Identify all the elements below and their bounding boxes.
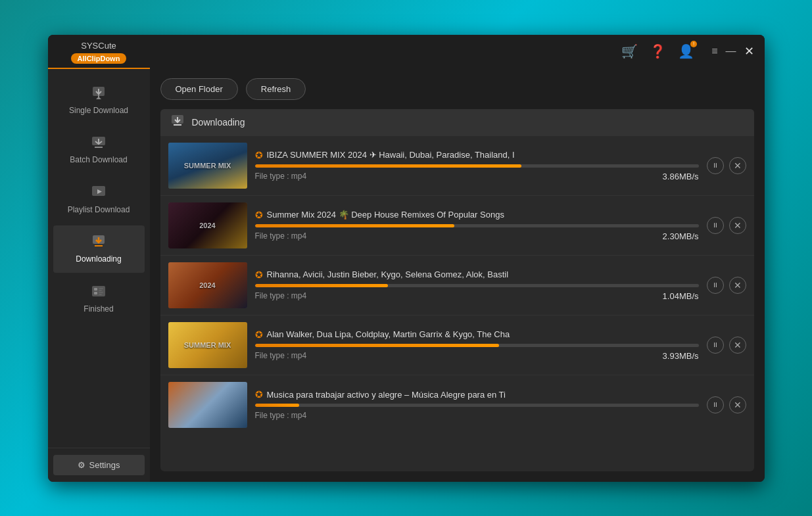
title-bar-right: 🛒 ❓ 👤 ≡ — ✕ — [621, 43, 753, 59]
item-info-3: ✪ Rihanna, Avicii, Justin Bieber, Kygo, … — [255, 270, 699, 301]
progress-bar-bg-2 — [255, 224, 699, 227]
single-download-icon — [91, 85, 107, 103]
item-controls-2: ⏸ ✕ — [707, 217, 746, 234]
item-filetype-1: File type : mp4 — [255, 172, 307, 181]
thumbnail-5 — [168, 382, 247, 428]
thumb-text-5 — [205, 402, 210, 408]
download-item-2: 2024 ✪ Summer Mix 2024 🌴 Deep House Remi… — [160, 196, 754, 256]
thumbnail-3: 2024 — [168, 262, 247, 308]
thumb-text-4: SUMMER MIX — [181, 339, 234, 352]
download-header: Downloading — [160, 109, 754, 136]
sidebar-item-playlist-download[interactable]: Playlist Download — [53, 176, 145, 223]
item-title-1: ✪ IBIZA SUMMER MIX 2024 ✈ Hawaii, Dubai,… — [255, 150, 699, 160]
brand-name: SYSCute — [81, 41, 116, 51]
item-title-5: ✪ Musica para trabajar activo y alegre –… — [255, 389, 699, 400]
progress-bar-bg-4 — [255, 344, 699, 347]
svg-rect-16 — [99, 290, 102, 291]
pause-button-4[interactable]: ⏸ — [707, 337, 724, 354]
item-title-2: ✪ Summer Mix 2024 🌴 Deep House Remixes O… — [255, 210, 699, 220]
item-title-text-4: Alan Walker, Dua Lipa, Coldplay, Martin … — [267, 329, 510, 339]
thumbnail-inner-5 — [168, 382, 247, 428]
toolbar: Open Floder Refresh — [160, 78, 754, 100]
title-bar-left: SYSCute AllClipDown — [48, 35, 150, 66]
cart-icon[interactable]: 🛒 — [621, 43, 638, 59]
progress-bar-bg-3 — [255, 284, 699, 287]
content-area: Open Floder Refresh Downloading — [150, 68, 765, 482]
pause-button-5[interactable]: ⏸ — [707, 396, 724, 413]
item-controls-5: ⏸ ✕ — [707, 396, 746, 413]
playlist-download-label: Playlist Download — [68, 205, 130, 216]
download-item-4: SUMMER MIX ✪ Alan Walker, Dua Lipa, Cold… — [160, 316, 754, 375]
progress-bar-bg-1 — [255, 164, 699, 168]
progress-bar-fill-3 — [255, 284, 389, 287]
sidebar-nav: Single Download Batch Download — [48, 69, 150, 448]
item-title-4: ✪ Alan Walker, Dua Lipa, Coldplay, Marti… — [255, 329, 699, 340]
help-icon[interactable]: ❓ — [650, 43, 666, 59]
sidebar-item-batch-download[interactable]: Batch Download — [53, 126, 145, 174]
sidebar-footer: ⚙ Settings — [48, 448, 150, 482]
pause-button-3[interactable]: ⏸ — [707, 277, 724, 294]
item-speed-4: 3.93MB/s — [663, 351, 699, 361]
cancel-button-2[interactable]: ✕ — [729, 217, 746, 234]
item-title-text-5: Musica para trabajar activo y alegre – M… — [267, 390, 506, 400]
svg-rect-17 — [99, 292, 103, 293]
thumbnail-inner-4: SUMMER MIX — [168, 322, 247, 368]
main-layout: Single Download Batch Download — [48, 68, 765, 482]
thumbnail-2: 2024 — [168, 202, 247, 248]
download-container: Downloading SUMMER MIX ✪ IBIZA SUMMER MI… — [160, 109, 754, 471]
open-folder-button[interactable]: Open Floder — [160, 78, 238, 100]
item-meta-3: File type : mp4 1.04MB/s — [255, 291, 699, 301]
cancel-button-4[interactable]: ✕ — [729, 337, 746, 354]
download-item-3: 2024 ✪ Rihanna, Avicii, Justin Bieber, K… — [160, 256, 754, 316]
item-info-2: ✪ Summer Mix 2024 🌴 Deep House Remixes O… — [255, 210, 699, 241]
item-speed-3: 1.04MB/s — [663, 291, 699, 301]
item-star-4: ✪ — [255, 329, 263, 340]
refresh-button[interactable]: Refresh — [246, 78, 306, 100]
pause-button-2[interactable]: ⏸ — [707, 217, 724, 234]
menu-icon[interactable]: ≡ — [711, 46, 717, 57]
brand-badge: AllClipDown — [71, 53, 127, 64]
pause-button-1[interactable]: ⏸ — [707, 157, 724, 174]
cancel-button-5[interactable]: ✕ — [729, 396, 746, 413]
item-info-5: ✪ Musica para trabajar activo y alegre –… — [255, 389, 699, 420]
thumb-text-1: SUMMER MIX — [181, 159, 234, 172]
sidebar-item-single-download[interactable]: Single Download — [53, 77, 145, 124]
svg-rect-18 — [99, 294, 102, 295]
settings-button[interactable]: ⚙ Settings — [53, 455, 145, 475]
cancel-button-1[interactable]: ✕ — [729, 157, 746, 174]
progress-bar-fill-4 — [255, 344, 499, 347]
app-window: SYSCute AllClipDown 🛒 ❓ 👤 ≡ — ✕ — [48, 35, 765, 482]
item-controls-4: ⏸ ✕ — [707, 337, 746, 354]
settings-label: Settings — [89, 460, 120, 470]
item-star-3: ✪ — [255, 270, 263, 280]
batch-download-icon — [91, 134, 107, 152]
item-filetype-2: File type : mp4 — [255, 231, 307, 241]
item-controls-1: ⏸ ✕ — [707, 157, 746, 174]
progress-bar-fill-1 — [255, 164, 521, 168]
item-filetype-5: File type : mp4 — [255, 411, 307, 420]
item-star-2: ✪ — [255, 210, 263, 220]
window-controls: ≡ — ✕ — [711, 45, 753, 57]
minimize-button[interactable]: — — [726, 46, 736, 57]
user-icon[interactable]: 👤 — [678, 43, 694, 59]
item-title-text-1: IBIZA SUMMER MIX 2024 ✈ Hawaii, Dubai, P… — [267, 150, 515, 160]
sidebar: Single Download Batch Download — [48, 68, 150, 482]
item-info-4: ✪ Alan Walker, Dua Lipa, Coldplay, Marti… — [255, 329, 699, 361]
sidebar-item-downloading[interactable]: Downloading — [53, 225, 145, 273]
thumb-text-2: 2024 — [197, 219, 218, 232]
item-title-text-3: Rihanna, Avicii, Justin Bieber, Kygo, Se… — [267, 270, 509, 279]
sidebar-item-finished[interactable]: Finished — [53, 275, 145, 323]
playlist-download-icon — [91, 184, 107, 202]
item-star-5: ✪ — [255, 389, 263, 400]
cancel-button-3[interactable]: ✕ — [729, 277, 746, 294]
item-meta-2: File type : mp4 2.30MB/s — [255, 231, 699, 241]
finished-label: Finished — [84, 304, 113, 315]
svg-rect-15 — [99, 288, 103, 289]
download-item-1: SUMMER MIX ✪ IBIZA SUMMER MIX 2024 ✈ Haw… — [160, 136, 754, 196]
thumbnail-4: SUMMER MIX — [168, 322, 247, 368]
progress-bar-fill-5 — [255, 404, 300, 407]
close-button[interactable]: ✕ — [744, 45, 754, 57]
batch-download-label: Batch Download — [70, 155, 127, 166]
progress-bar-bg-5 — [255, 404, 699, 407]
item-speed-1: 3.86MB/s — [663, 172, 699, 181]
